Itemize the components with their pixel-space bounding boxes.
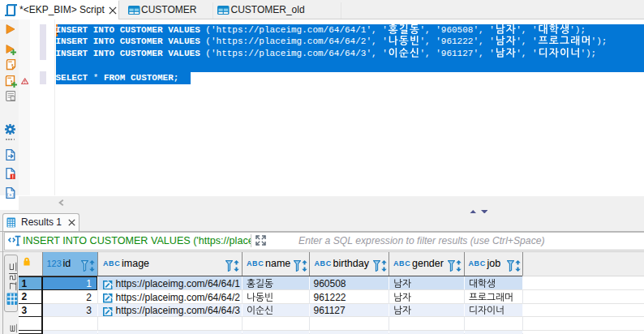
svg-text:(x): (x) xyxy=(6,193,15,198)
